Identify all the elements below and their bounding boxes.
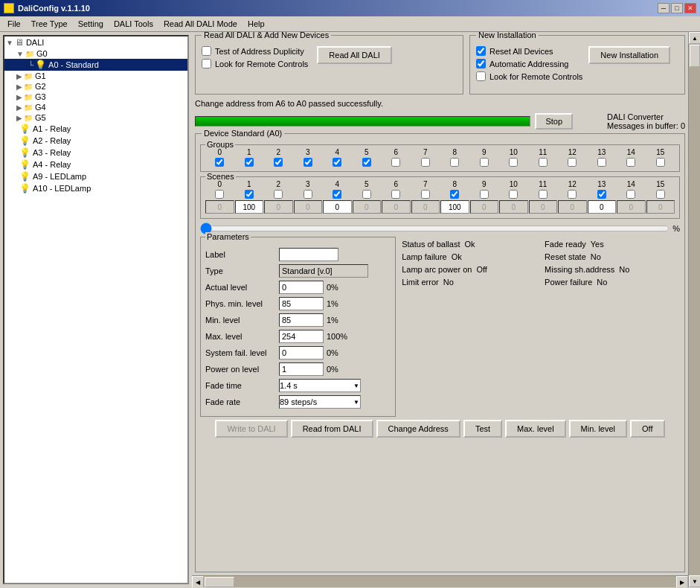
min-level-input[interactable] xyxy=(279,313,324,327)
scene-cb-13[interactable] xyxy=(597,190,606,199)
group-cb-12[interactable] xyxy=(568,158,577,167)
menu-setting[interactable]: Setting xyxy=(74,18,108,30)
scene-cb-4[interactable] xyxy=(333,190,341,199)
test-button[interactable]: Test xyxy=(463,420,502,438)
menu-help[interactable]: Help xyxy=(243,18,269,30)
change-address-button[interactable]: Change Address xyxy=(376,420,460,438)
scene-cb-11[interactable] xyxy=(539,190,548,199)
h-scroll-left[interactable]: ◀ xyxy=(192,576,204,587)
tree-item-g4[interactable]: ▶ 📁 G4 xyxy=(4,102,187,112)
menu-file[interactable]: File xyxy=(3,18,25,30)
v-scroll-up[interactable]: ▲ xyxy=(689,32,700,44)
tree-item-a0[interactable]: └ 💡 A0 - Standard xyxy=(4,59,187,71)
tree-item-g5[interactable]: ▶ 📁 G5 xyxy=(4,112,187,123)
scene-cb-5[interactable] xyxy=(362,190,371,199)
sysfail-input[interactable] xyxy=(279,346,324,359)
scene-val-12[interactable] xyxy=(558,200,587,214)
max-level-button[interactable]: Max. level xyxy=(505,420,566,438)
group-cb-1[interactable] xyxy=(245,158,254,167)
scene-cb-12[interactable] xyxy=(568,190,577,199)
tree-item-a1[interactable]: 💡 A1 - Relay xyxy=(4,123,187,135)
tree-item-g1[interactable]: ▶ 📁 G1 xyxy=(4,71,187,81)
scene-cb-7[interactable] xyxy=(421,190,430,199)
h-scroll-right[interactable]: ▶ xyxy=(676,576,688,587)
min-level-button[interactable]: Min. level xyxy=(569,420,627,438)
group-cb-8[interactable] xyxy=(450,158,459,167)
group-cb-14[interactable] xyxy=(626,158,635,167)
scene-cb-2[interactable] xyxy=(274,190,283,199)
group-cb-13[interactable] xyxy=(597,158,606,167)
v-scroll-down[interactable]: ▼ xyxy=(689,575,700,587)
scene-cb-15[interactable] xyxy=(656,190,665,199)
tree-item-a9[interactable]: 💡 A9 - LEDLamp xyxy=(4,170,187,182)
tree-item-a3[interactable]: 💡 A3 - Relay xyxy=(4,147,187,159)
scene-val-6[interactable] xyxy=(382,200,411,214)
group-cb-0[interactable] xyxy=(215,158,224,167)
tree-item-a2[interactable]: 💡 A2 - Relay xyxy=(4,135,187,147)
group-cb-3[interactable] xyxy=(304,158,312,167)
addr-dup-checkbox[interactable] xyxy=(202,46,211,56)
scene-val-4[interactable] xyxy=(323,200,352,214)
label-input[interactable] xyxy=(279,248,338,261)
scene-val-15[interactable] xyxy=(646,200,675,214)
group-cb-4[interactable] xyxy=(333,158,341,167)
scene-val-9[interactable] xyxy=(470,200,499,214)
auto-addr-checkbox[interactable] xyxy=(476,59,486,68)
group-cb-10[interactable] xyxy=(509,158,518,167)
scene-val-13[interactable] xyxy=(588,200,617,214)
group-cb-6[interactable] xyxy=(391,158,400,167)
scene-cb-9[interactable] xyxy=(480,190,489,199)
scene-cb-0[interactable] xyxy=(215,190,224,199)
group-cb-11[interactable] xyxy=(539,158,548,167)
tree-item-a10[interactable]: 💡 A10 - LEDLamp xyxy=(4,182,187,194)
scene-cb-1[interactable] xyxy=(245,190,254,199)
read-all-dali-button[interactable]: Read All DALI xyxy=(317,46,391,64)
level-slider[interactable] xyxy=(200,223,670,234)
remote-checkbox[interactable] xyxy=(202,59,211,68)
scene-cb-8[interactable] xyxy=(450,190,459,199)
off-button[interactable]: Off xyxy=(630,420,664,438)
reset-checkbox[interactable] xyxy=(476,46,486,56)
fade-rate-select[interactable]: 89 steps/s 45 steps/s 22 steps/s xyxy=(279,395,361,409)
scene-val-1[interactable] xyxy=(235,200,264,214)
group-cb-7[interactable] xyxy=(421,158,430,167)
scene-val-7[interactable] xyxy=(411,200,440,214)
scene-val-10[interactable] xyxy=(499,200,528,214)
scene-val-2[interactable] xyxy=(264,200,293,214)
scene-val-14[interactable] xyxy=(617,200,646,214)
scene-val-5[interactable] xyxy=(353,200,382,214)
scene-cb-6[interactable] xyxy=(391,190,400,199)
menu-tree-type[interactable]: Tree Type xyxy=(27,18,72,30)
h-scroll-thumb[interactable] xyxy=(205,577,234,587)
scene-val-3[interactable] xyxy=(294,200,323,214)
new-installation-button[interactable]: New Installation xyxy=(588,46,670,64)
group-cb-2[interactable] xyxy=(274,158,283,167)
group-cb-15[interactable] xyxy=(656,158,665,167)
maximize-button[interactable]: □ xyxy=(671,3,683,13)
tree-item-g3[interactable]: ▶ 📁 G3 xyxy=(4,92,187,102)
tree-item-g2[interactable]: ▶ 📁 G2 xyxy=(4,81,187,92)
scene-val-11[interactable] xyxy=(529,200,558,214)
close-button[interactable]: ✕ xyxy=(684,3,696,13)
fade-time-select[interactable]: 1.4 s 0.7 s 2.8 s xyxy=(279,379,361,392)
actual-level-input[interactable] xyxy=(279,281,324,294)
scene-val-0[interactable] xyxy=(205,200,234,214)
scene-cb-3[interactable] xyxy=(304,190,312,199)
group-cb-9[interactable] xyxy=(480,158,489,167)
tree-item-dali[interactable]: ▼ 🖥 DALI xyxy=(4,36,187,48)
poweron-input[interactable] xyxy=(279,362,324,376)
scene-val-8[interactable] xyxy=(440,200,469,214)
tree-item-g0[interactable]: ▼ 📁 G0 xyxy=(4,48,187,59)
write-to-dali-button[interactable]: Write to DALI xyxy=(215,420,287,438)
read-from-dali-button[interactable]: Read from DALI xyxy=(291,420,373,438)
group-cb-5[interactable] xyxy=(362,158,371,167)
menu-dali-tools[interactable]: DALI Tools xyxy=(109,18,158,30)
scene-cb-14[interactable] xyxy=(626,190,635,199)
phys-min-input[interactable] xyxy=(279,297,324,310)
tree-item-a4[interactable]: 💡 A4 - Relay xyxy=(4,159,187,170)
minimize-button[interactable]: ─ xyxy=(658,3,670,13)
menu-read-all-dali-mode[interactable]: Read All DALI Mode xyxy=(159,18,242,30)
remote2-checkbox[interactable] xyxy=(476,71,486,81)
scene-cb-10[interactable] xyxy=(509,190,518,199)
v-scroll-thumb[interactable] xyxy=(690,45,700,67)
